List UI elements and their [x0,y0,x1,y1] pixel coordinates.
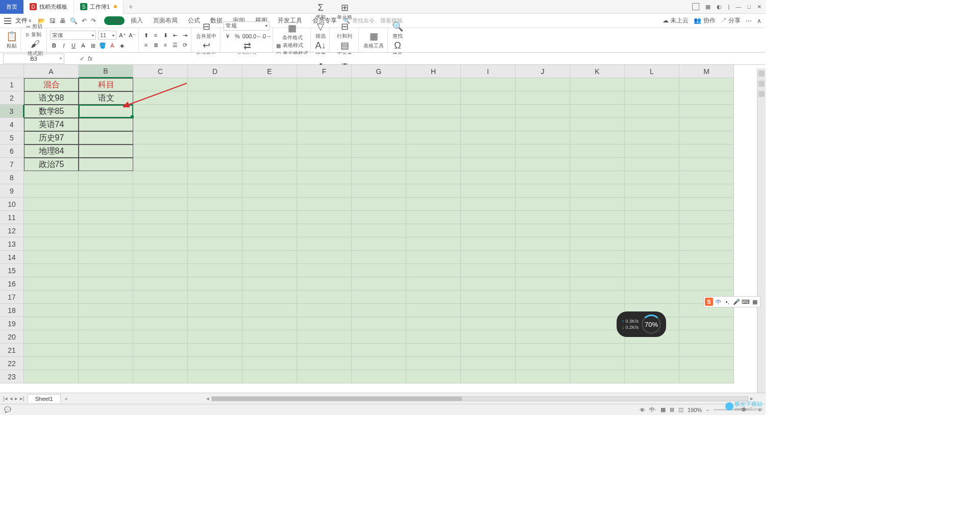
cell-E6[interactable] [242,144,297,158]
cells-area[interactable]: 混合科目语文98语文数学85英语74历史97地理84政治75 [24,78,766,393]
justify-icon[interactable]: ☰ [171,41,179,49]
indent-inc-icon[interactable]: ⇥ [181,31,189,39]
cell-E17[interactable] [242,291,297,304]
cell-F14[interactable] [297,251,352,264]
cell-E21[interactable] [242,344,297,357]
cell-D5[interactable] [188,131,242,144]
cell-H17[interactable] [406,291,461,304]
cell-C5[interactable] [133,131,188,144]
cell-D11[interactable] [188,211,242,224]
cell-D15[interactable] [188,264,242,277]
cell-F19[interactable] [297,317,352,330]
cell-J19[interactable] [516,317,570,330]
cell-C3[interactable] [133,105,188,118]
ime-toolbar[interactable]: S 中 •, 🎤 ⌨ ▦ [703,296,761,307]
cell-E7[interactable] [242,158,297,171]
cell-I21[interactable] [461,344,516,357]
row-header-5[interactable]: 5 [0,131,24,144]
sheet-first-icon[interactable]: |◂ [3,395,8,402]
cell-L22[interactable] [625,357,679,370]
cell-I10[interactable] [461,198,516,211]
cell-L10[interactable] [625,198,679,211]
col-header-A[interactable]: A [24,65,79,78]
cell-K14[interactable] [570,251,625,264]
cell-G11[interactable] [352,211,406,224]
rowcol-button[interactable]: ⊟行和列 [335,21,354,40]
cell-E23[interactable] [242,370,297,383]
cell-J7[interactable] [516,158,570,171]
ime-mic-icon[interactable]: 🎤 [732,298,741,306]
percent-icon[interactable]: % [233,32,241,40]
cell-I22[interactable] [461,357,516,370]
col-header-B[interactable]: B [79,65,133,78]
cell-G16[interactable] [352,277,406,291]
cell-K17[interactable] [570,291,625,304]
cell-C9[interactable] [133,184,188,198]
cell-H8[interactable] [406,171,461,184]
cell-B21[interactable] [79,344,133,357]
cell-J8[interactable] [516,171,570,184]
cell-L12[interactable] [625,224,679,237]
cell-J14[interactable] [516,251,570,264]
cell-C16[interactable] [133,277,188,291]
row-header-22[interactable]: 22 [0,357,24,370]
row-header-12[interactable]: 12 [0,224,24,237]
row-header-3[interactable]: 3 [0,105,24,118]
cell-A11[interactable] [24,211,79,224]
cell-M4[interactable] [679,118,734,131]
cell-A6[interactable]: 地理84 [24,144,79,158]
cell-B2[interactable]: 语文 [79,91,133,105]
menu-layout[interactable]: 页面布局 [149,16,182,25]
cell-B3[interactable] [79,105,133,118]
cell-K8[interactable] [570,171,625,184]
cell-J9[interactable] [516,184,570,198]
cell-J22[interactable] [516,357,570,370]
cell-M6[interactable] [679,144,734,158]
cell-I11[interactable] [461,211,516,224]
cell-D23[interactable] [188,370,242,383]
tab-home[interactable]: 首页 [0,0,23,14]
cell-M7[interactable] [679,158,734,171]
cell-A4[interactable]: 英语74 [24,118,79,131]
view-page-icon[interactable]: ⊞ [670,406,674,413]
cell-H11[interactable] [406,211,461,224]
cell-A21[interactable] [24,344,79,357]
cell-L1[interactable] [625,78,679,91]
cell-I2[interactable] [461,91,516,105]
cell-C13[interactable] [133,237,188,251]
cell-J15[interactable] [516,264,570,277]
cell-G12[interactable] [352,224,406,237]
collapse-ribbon-icon[interactable]: ∧ [757,17,762,25]
tab-workbook[interactable]: S工作簿1 [74,0,124,14]
cell-A15[interactable] [24,264,79,277]
cell-H23[interactable] [406,370,461,383]
cell-D6[interactable] [188,144,242,158]
cell-F4[interactable] [297,118,352,131]
formula-input[interactable] [95,54,708,63]
row-header-8[interactable]: 8 [0,171,24,184]
cell-K23[interactable] [570,370,625,383]
cell-C11[interactable] [133,211,188,224]
cell-D20[interactable] [188,330,242,344]
cell-A7[interactable]: 政治75 [24,158,79,171]
cell-I7[interactable] [461,158,516,171]
close-button[interactable]: ✕ [757,4,762,10]
save-icon[interactable]: 🖫 [50,17,56,25]
bold-button[interactable]: B [50,41,58,50]
cell-H10[interactable] [406,198,461,211]
inc-font-icon[interactable]: A⁺ [118,31,127,39]
cell-G2[interactable] [352,91,406,105]
side-tool-2[interactable] [758,81,765,87]
cell-K9[interactable] [570,184,625,198]
cell-K21[interactable] [570,344,625,357]
cell-E8[interactable] [242,171,297,184]
cell-L3[interactable] [625,105,679,118]
cell-G13[interactable] [352,237,406,251]
cell-M16[interactable] [679,277,734,291]
cell-H3[interactable] [406,105,461,118]
cell-L11[interactable] [625,211,679,224]
cell-F5[interactable] [297,131,352,144]
cell-I12[interactable] [461,224,516,237]
cell-K5[interactable] [570,131,625,144]
cell-A22[interactable] [24,357,79,370]
